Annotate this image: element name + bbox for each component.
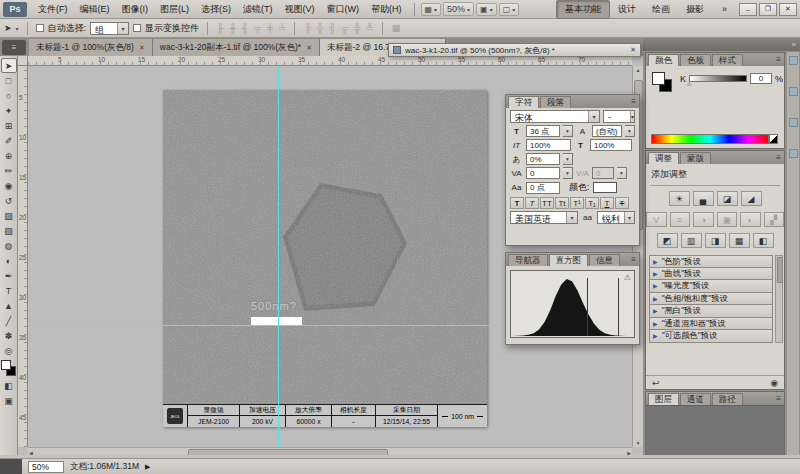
character-tab[interactable]: 字符 — [508, 96, 539, 108]
preset-item[interactable]: ▶"色阶"预设 — [649, 255, 773, 268]
zoom-tool-icon[interactable]: ◎ — [1, 343, 17, 358]
distribute-icon[interactable]: ╬ — [353, 23, 361, 33]
character-tab[interactable]: 段落 — [540, 96, 571, 108]
foreground-background-swatches[interactable] — [652, 72, 674, 94]
distribute-icon[interactable]: ╩ — [365, 23, 373, 33]
baseline-shift-field[interactable]: 0 点 — [526, 182, 560, 194]
distribute-icon[interactable]: ╦ — [341, 23, 349, 33]
auto-select-checkbox[interactable] — [36, 24, 44, 32]
hue-saturation-icon[interactable]: ≡ — [670, 212, 691, 227]
layers-tab[interactable]: 路径 — [712, 393, 743, 405]
view-extras-button[interactable]: ▦▾ — [421, 3, 442, 16]
align-icon[interactable]: ╤ — [253, 23, 261, 33]
gradient-map-icon[interactable]: ▦ — [729, 233, 750, 248]
distribute-icon[interactable]: ╬ — [316, 23, 324, 33]
menu-item-6[interactable]: 视图(V) — [279, 1, 321, 18]
chevron-down-icon[interactable]: ▾ — [625, 125, 635, 137]
faux-bold-button[interactable]: T — [510, 197, 524, 209]
chevron-down-icon[interactable]: ▾ — [563, 125, 573, 137]
ruler-corner[interactable] — [18, 56, 28, 66]
scale-bar-selection[interactable] — [251, 317, 302, 325]
posterize-icon[interactable]: ▥ — [681, 233, 702, 248]
color-tab[interactable]: 样式 — [712, 54, 743, 66]
subscript-button[interactable]: T₁ — [585, 197, 599, 209]
type-tool-icon[interactable]: T — [1, 283, 17, 298]
menu-item-2[interactable]: 图像(I) — [116, 1, 155, 18]
channel-mixer-icon[interactable]: ▞ — [764, 212, 785, 227]
histogram-panel-menu-icon[interactable]: ≡ — [631, 255, 636, 264]
preset-item[interactable]: ▶"可选颜色"预设 — [649, 330, 773, 343]
preset-item[interactable]: ▶"通道混和器"预设 — [649, 318, 773, 331]
auto-select-dropdown[interactable]: 组 ▾ — [90, 22, 129, 35]
black-white-icon[interactable]: ▣ — [717, 212, 738, 227]
quick-selection-tool-icon[interactable]: ✦ — [1, 103, 17, 118]
align-icon[interactable]: ╫ — [228, 23, 236, 33]
tracking-field[interactable]: 0 — [526, 167, 560, 179]
clone-stamp-tool-icon[interactable]: ◉ — [1, 178, 17, 193]
histogram-tab[interactable]: 信息 — [589, 254, 620, 266]
close-icon[interactable]: ✕ — [306, 44, 312, 52]
screen-mode-button[interactable]: ▢▾ — [499, 3, 520, 16]
superscript-button[interactable]: T¹ — [570, 197, 584, 209]
tool-color-swatches[interactable] — [1, 360, 17, 378]
levels-icon[interactable]: ▄ — [693, 191, 714, 206]
distribute-icon[interactable]: ╠ — [303, 23, 311, 33]
vertical-ruler[interactable]: 51015202530354045 — [18, 66, 28, 447]
tsume-field[interactable]: 0% — [526, 153, 560, 165]
workspace-button[interactable]: 设计 — [610, 1, 644, 18]
faux-italic-button[interactable]: T — [525, 197, 539, 209]
crop-tool-icon[interactable]: ⊞ — [1, 118, 17, 133]
document-tab[interactable]: 未标题-1 @ 100%(灰色/8)✕ — [29, 39, 153, 56]
text-color-swatch[interactable] — [593, 182, 617, 193]
expanded-view-icon[interactable]: ◉ — [770, 378, 778, 388]
horizontal-scale-field[interactable]: 100% — [590, 139, 632, 151]
strikethrough-button[interactable]: T — [615, 197, 629, 209]
menu-item-4[interactable]: 选择(S) — [195, 1, 237, 18]
foreground-swatch[interactable] — [1, 360, 11, 370]
invert-icon[interactable]: ◩ — [657, 233, 678, 248]
scroll-down-icon[interactable]: ▼ — [636, 440, 641, 446]
hand-tool-icon[interactable]: ✽ — [1, 328, 17, 343]
photo-filter-icon[interactable]: ◐ — [740, 212, 761, 227]
character-panel-menu-icon[interactable]: ≡ — [631, 97, 636, 106]
language-dropdown[interactable]: 美国英语 ▾ — [510, 211, 578, 224]
menu-item-7[interactable]: 窗口(W) — [321, 1, 366, 18]
return-to-list-icon[interactable]: ↩ — [652, 378, 660, 388]
collapsed-panel-icon[interactable] — [789, 118, 798, 127]
history-brush-tool-icon[interactable]: ↺ — [1, 193, 17, 208]
vertical-guide[interactable] — [278, 66, 279, 447]
move-tool-icon[interactable]: ➤ — [1, 58, 17, 73]
line-tool-icon[interactable]: ╱ — [1, 313, 17, 328]
preset-item[interactable]: ▶"曝光度"预设 — [649, 280, 773, 293]
collapse-dock-icon[interactable]: » — [792, 40, 796, 49]
adjustments-panel-menu-icon[interactable]: ≡ — [776, 153, 781, 162]
tem-image[interactable]: 500nm? JEOL 显微镜 JEM-2100 加速电压 200 kV 放大倍… — [163, 90, 487, 427]
workspace-button[interactable]: 摄影 — [678, 1, 712, 18]
color-tab[interactable]: 色板 — [680, 54, 711, 66]
close-button[interactable]: ✕ — [779, 3, 797, 16]
leading-field[interactable]: (自动) — [592, 125, 622, 137]
color-tab[interactable]: 颜色 — [648, 54, 679, 66]
underline-button[interactable]: T — [600, 197, 614, 209]
kerning-field[interactable]: 0 — [592, 167, 614, 179]
chevron-down-icon[interactable]: ▾ — [563, 153, 573, 165]
menu-item-8[interactable]: 帮助(H) — [365, 1, 408, 18]
collapsed-panel-icon[interactable] — [789, 87, 798, 96]
selective-color-icon[interactable]: ◧ — [753, 233, 774, 248]
brush-tool-icon[interactable]: ✏ — [1, 163, 17, 178]
vibrance-icon[interactable]: V — [646, 212, 667, 227]
color-balance-icon[interactable]: ◑ — [693, 212, 714, 227]
presets-scroll-thumb[interactable] — [777, 257, 783, 283]
preset-item[interactable]: ▶"黑白"预设 — [649, 305, 773, 318]
document-tab[interactable]: wac-3-k1-20副本-1.tif @ 100%(灰色)*✕ — [153, 39, 320, 56]
menu-item-0[interactable]: 文件(F) — [32, 1, 74, 18]
collapsed-panel-icon[interactable] — [789, 56, 798, 65]
restore-button[interactable]: ❐ — [759, 3, 777, 16]
eyedropper-tool-icon[interactable]: ✐ — [1, 133, 17, 148]
status-zoom-field[interactable]: 50% — [28, 461, 64, 473]
show-transform-checkbox[interactable] — [133, 24, 141, 32]
foreground-color-swatch[interactable] — [652, 72, 665, 85]
quick-mask-icon[interactable]: ◧ — [1, 378, 17, 393]
layers-tab[interactable]: 图层 — [648, 393, 679, 405]
color-panel-menu-icon[interactable]: ≡ — [776, 55, 781, 64]
